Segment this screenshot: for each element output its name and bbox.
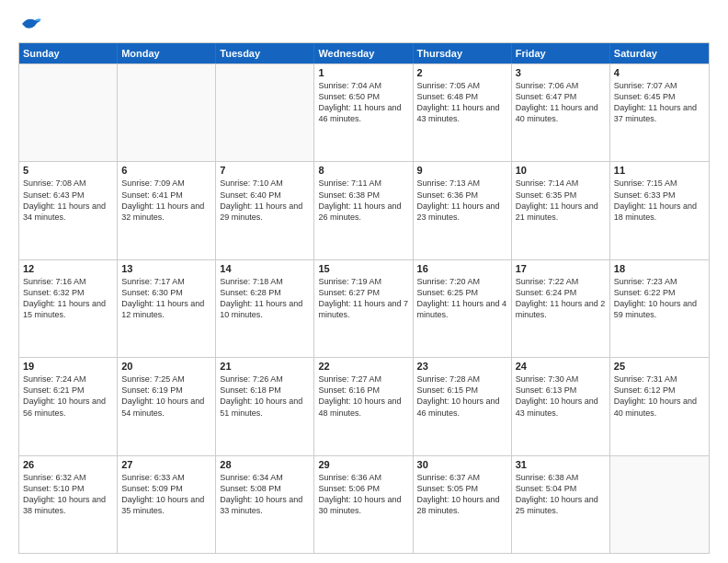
day-number-19: 19 [23,361,113,372]
day-number-21: 21 [220,361,310,372]
day-info-29: Sunrise: 6:36 AM Sunset: 5:06 PM Dayligh… [318,472,408,517]
day-info-27: Sunrise: 6:33 AM Sunset: 5:09 PM Dayligh… [121,472,211,517]
day-cell-6: 6Sunrise: 7:09 AM Sunset: 6:41 PM Daylig… [118,162,216,259]
calendar-body: 1Sunrise: 7:04 AM Sunset: 6:50 PM Daylig… [19,63,709,553]
day-cell-19: 19Sunrise: 7:24 AM Sunset: 6:21 PM Dayli… [19,358,118,454]
day-cell-22: 22Sunrise: 7:27 AM Sunset: 6:16 PM Dayli… [314,358,413,454]
day-info-28: Sunrise: 6:34 AM Sunset: 5:08 PM Dayligh… [220,472,310,517]
day-info-21: Sunrise: 7:26 AM Sunset: 6:18 PM Dayligh… [220,373,310,419]
day-cell-2: 2Sunrise: 7:05 AM Sunset: 6:48 PM Daylig… [414,64,512,161]
weekday-header-sunday: Sunday [19,43,118,63]
day-cell-15: 15Sunrise: 7:19 AM Sunset: 6:27 PM Dayli… [314,260,413,357]
weekday-header-monday: Monday [118,43,216,63]
day-info-25: Sunrise: 7:31 AM Sunset: 6:12 PM Dayligh… [614,373,705,419]
empty-cell-r4c6 [610,456,709,553]
day-info-1: Sunrise: 7:04 AM Sunset: 6:50 PM Dayligh… [318,80,408,125]
day-cell-20: 20Sunrise: 7:25 AM Sunset: 6:19 PM Dayli… [118,358,216,454]
day-number-12: 12 [23,263,113,274]
day-number-17: 17 [516,263,606,274]
day-cell-8: 8Sunrise: 7:11 AM Sunset: 6:38 PM Daylig… [314,162,413,259]
day-cell-1: 1Sunrise: 7:04 AM Sunset: 6:50 PM Daylig… [314,64,413,161]
weekday-header-saturday: Saturday [610,43,709,63]
day-info-23: Sunrise: 7:28 AM Sunset: 6:15 PM Dayligh… [417,373,507,419]
day-info-12: Sunrise: 7:16 AM Sunset: 6:32 PM Dayligh… [23,276,113,321]
header [18,15,710,33]
day-cell-10: 10Sunrise: 7:14 AM Sunset: 6:35 PM Dayli… [512,162,610,259]
empty-cell-r0c0 [19,64,118,161]
day-number-15: 15 [318,263,408,274]
calendar-row-0: 1Sunrise: 7:04 AM Sunset: 6:50 PM Daylig… [19,63,709,161]
day-info-19: Sunrise: 7:24 AM Sunset: 6:21 PM Dayligh… [23,373,113,419]
day-info-17: Sunrise: 7:22 AM Sunset: 6:24 PM Dayligh… [516,276,606,321]
day-info-4: Sunrise: 7:07 AM Sunset: 6:45 PM Dayligh… [614,80,705,125]
day-cell-30: 30Sunrise: 6:37 AM Sunset: 5:05 PM Dayli… [414,456,512,553]
day-number-22: 22 [318,361,408,372]
day-info-15: Sunrise: 7:19 AM Sunset: 6:27 PM Dayligh… [318,276,408,321]
day-cell-16: 16Sunrise: 7:20 AM Sunset: 6:25 PM Dayli… [414,260,512,357]
day-number-5: 5 [23,165,113,176]
day-cell-11: 11Sunrise: 7:15 AM Sunset: 6:33 PM Dayli… [610,162,709,259]
day-info-24: Sunrise: 7:30 AM Sunset: 6:13 PM Dayligh… [516,373,606,419]
calendar: SundayMondayTuesdayWednesdayThursdayFrid… [18,42,710,554]
day-info-2: Sunrise: 7:05 AM Sunset: 6:48 PM Dayligh… [417,80,507,125]
calendar-row-2: 12Sunrise: 7:16 AM Sunset: 6:32 PM Dayli… [19,259,709,357]
calendar-row-1: 5Sunrise: 7:08 AM Sunset: 6:43 PM Daylig… [19,161,709,259]
weekday-header-tuesday: Tuesday [216,43,314,63]
logo [18,15,42,33]
calendar-header: SundayMondayTuesdayWednesdayThursdayFrid… [19,43,709,63]
logo-bird-icon [20,15,42,33]
day-info-26: Sunrise: 6:32 AM Sunset: 5:10 PM Dayligh… [23,472,113,517]
day-number-3: 3 [516,67,606,78]
day-number-7: 7 [220,165,310,176]
day-number-18: 18 [614,263,705,274]
weekday-header-wednesday: Wednesday [314,43,413,63]
day-cell-9: 9Sunrise: 7:13 AM Sunset: 6:36 PM Daylig… [414,162,512,259]
day-info-8: Sunrise: 7:11 AM Sunset: 6:38 PM Dayligh… [318,178,408,223]
day-info-5: Sunrise: 7:08 AM Sunset: 6:43 PM Dayligh… [23,178,113,223]
day-number-16: 16 [417,263,507,274]
day-info-6: Sunrise: 7:09 AM Sunset: 6:41 PM Dayligh… [121,178,211,223]
day-cell-4: 4Sunrise: 7:07 AM Sunset: 6:45 PM Daylig… [610,64,709,161]
day-number-8: 8 [318,165,408,176]
calendar-row-4: 26Sunrise: 6:32 AM Sunset: 5:10 PM Dayli… [19,455,709,553]
day-cell-21: 21Sunrise: 7:26 AM Sunset: 6:18 PM Dayli… [216,358,314,454]
day-number-2: 2 [417,67,507,78]
day-info-18: Sunrise: 7:23 AM Sunset: 6:22 PM Dayligh… [614,276,705,321]
page: SundayMondayTuesdayWednesdayThursdayFrid… [0,0,728,563]
day-cell-23: 23Sunrise: 7:28 AM Sunset: 6:15 PM Dayli… [414,358,512,454]
day-number-1: 1 [318,67,408,78]
day-cell-17: 17Sunrise: 7:22 AM Sunset: 6:24 PM Dayli… [512,260,610,357]
day-number-28: 28 [220,459,310,470]
empty-cell-r0c2 [216,64,314,161]
day-info-10: Sunrise: 7:14 AM Sunset: 6:35 PM Dayligh… [516,178,606,223]
day-number-9: 9 [417,165,507,176]
day-cell-14: 14Sunrise: 7:18 AM Sunset: 6:28 PM Dayli… [216,260,314,357]
day-cell-3: 3Sunrise: 7:06 AM Sunset: 6:47 PM Daylig… [512,64,610,161]
calendar-row-3: 19Sunrise: 7:24 AM Sunset: 6:21 PM Dayli… [19,357,709,454]
day-cell-26: 26Sunrise: 6:32 AM Sunset: 5:10 PM Dayli… [19,456,118,553]
day-number-26: 26 [23,459,113,470]
day-cell-5: 5Sunrise: 7:08 AM Sunset: 6:43 PM Daylig… [19,162,118,259]
day-cell-25: 25Sunrise: 7:31 AM Sunset: 6:12 PM Dayli… [610,358,709,454]
day-cell-24: 24Sunrise: 7:30 AM Sunset: 6:13 PM Dayli… [512,358,610,454]
day-cell-18: 18Sunrise: 7:23 AM Sunset: 6:22 PM Dayli… [610,260,709,357]
day-cell-27: 27Sunrise: 6:33 AM Sunset: 5:09 PM Dayli… [118,456,216,553]
day-cell-28: 28Sunrise: 6:34 AM Sunset: 5:08 PM Dayli… [216,456,314,553]
day-info-16: Sunrise: 7:20 AM Sunset: 6:25 PM Dayligh… [417,276,507,321]
day-number-29: 29 [318,459,408,470]
day-number-25: 25 [614,361,705,372]
day-number-6: 6 [121,165,211,176]
day-info-22: Sunrise: 7:27 AM Sunset: 6:16 PM Dayligh… [318,373,408,419]
day-cell-7: 7Sunrise: 7:10 AM Sunset: 6:40 PM Daylig… [216,162,314,259]
day-info-3: Sunrise: 7:06 AM Sunset: 6:47 PM Dayligh… [516,80,606,125]
day-number-10: 10 [516,165,606,176]
day-info-7: Sunrise: 7:10 AM Sunset: 6:40 PM Dayligh… [220,178,310,223]
day-info-13: Sunrise: 7:17 AM Sunset: 6:30 PM Dayligh… [121,276,211,321]
day-cell-13: 13Sunrise: 7:17 AM Sunset: 6:30 PM Dayli… [118,260,216,357]
day-number-11: 11 [614,165,705,176]
day-number-31: 31 [516,459,606,470]
day-number-24: 24 [516,361,606,372]
day-number-27: 27 [121,459,211,470]
day-info-11: Sunrise: 7:15 AM Sunset: 6:33 PM Dayligh… [614,178,705,223]
day-number-23: 23 [417,361,507,372]
